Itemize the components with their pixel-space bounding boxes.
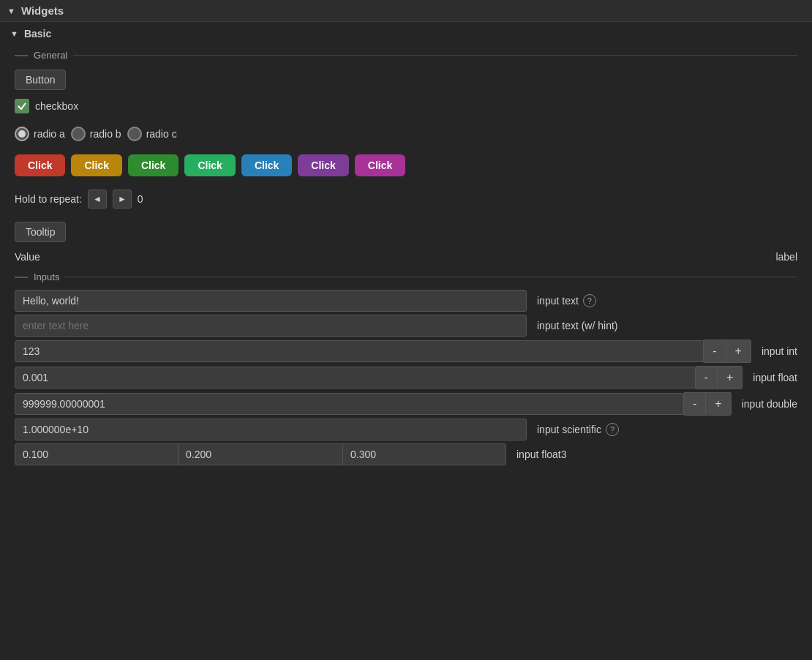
radio-b-label: radio b: [90, 128, 121, 140]
increment-button[interactable]: ►: [113, 190, 132, 209]
click-button-3[interactable]: Click: [184, 154, 235, 176]
general-label: General: [34, 50, 67, 61]
click-button-4[interactable]: Click: [241, 154, 292, 176]
click-button-0[interactable]: Click: [15, 154, 65, 176]
radio-a-circle: [15, 127, 29, 141]
input-float-label: input float: [753, 372, 797, 383]
main-panel: ▼ Widgets ▼ Basic General Button checkbo…: [0, 0, 812, 660]
input-scientific-row: input scientific ?: [0, 419, 812, 440]
basic-arrow-icon: ▼: [10, 29, 18, 38]
int-decrement-button[interactable]: -: [704, 340, 726, 363]
input-float3-x-field[interactable]: [15, 443, 178, 465]
checkbox-wrapper[interactable]: checkbox: [15, 99, 797, 113]
checkbox-box: [15, 99, 29, 113]
divider-line: [73, 55, 797, 56]
divider-dash: [15, 55, 28, 56]
decrement-button[interactable]: ◄: [88, 190, 107, 209]
checkmark-icon: [17, 101, 27, 111]
radio-a-wrapper[interactable]: radio a: [15, 127, 65, 141]
tooltip-button[interactable]: Tooltip: [15, 222, 66, 242]
radio-c-label: radio c: [146, 128, 177, 140]
inputs-label: Inputs: [34, 271, 59, 282]
inputs-divider: Inputs: [0, 267, 812, 287]
inputs-divider-dash: [15, 277, 28, 278]
basic-section-header[interactable]: ▼ Basic: [0, 22, 812, 45]
input-scientific-label: input scientific: [537, 424, 601, 435]
input-float3-label: input float3: [516, 449, 567, 460]
input-float3-row: input float3: [0, 443, 812, 465]
float-increment-button[interactable]: +: [718, 366, 743, 389]
widget-button[interactable]: Button: [15, 70, 66, 90]
value-label-row: Value label: [0, 248, 812, 266]
widgets-arrow-icon: ▼: [7, 7, 15, 15]
input-text-label: input text: [537, 295, 579, 307]
input-float-field[interactable]: [15, 367, 696, 389]
input-int-row: - + input int: [0, 340, 812, 363]
radio-row: radio a radio b radio c: [0, 122, 812, 146]
input-text-field[interactable]: [15, 290, 527, 312]
input-float3-y-field[interactable]: [178, 443, 342, 465]
click-button-2[interactable]: Click: [128, 154, 178, 176]
input-double-row: - + input double: [0, 392, 812, 416]
input-int-field[interactable]: [15, 340, 704, 362]
input-double-label: input double: [742, 398, 797, 410]
widgets-section-header[interactable]: ▼ Widgets: [0, 0, 812, 22]
double-increment-button[interactable]: +: [706, 392, 731, 416]
checkbox-row: checkbox: [0, 94, 812, 118]
radio-c-wrapper[interactable]: radio c: [127, 127, 177, 141]
input-hint-row: input text (w/ hint): [0, 315, 812, 337]
checkbox-label: checkbox: [35, 100, 78, 112]
hold-repeat-row: Hold to repeat: ◄ ► 0: [0, 185, 812, 213]
input-scientific-question-icon[interactable]: ?: [606, 423, 619, 436]
inputs-divider-line: [65, 277, 797, 277]
click-button-1[interactable]: Click: [71, 154, 121, 176]
double-decrement-button[interactable]: -: [684, 392, 706, 416]
int-increment-button[interactable]: +: [726, 340, 751, 363]
hold-repeat-label: Hold to repeat:: [15, 193, 82, 205]
float-decrement-button[interactable]: -: [696, 366, 718, 389]
general-divider: General: [0, 45, 812, 65]
click-buttons-row: ClickClickClickClickClickClickClick: [0, 150, 812, 181]
value-text: Value: [15, 251, 40, 263]
click-button-6[interactable]: Click: [355, 154, 405, 176]
input-text-row: input text ?: [0, 290, 812, 312]
input-scientific-field[interactable]: [15, 419, 527, 440]
input-float3-z-field[interactable]: [342, 443, 506, 465]
input-text-question-icon[interactable]: ?: [583, 294, 596, 307]
input-double-field[interactable]: [15, 393, 684, 415]
click-button-5[interactable]: Click: [298, 154, 348, 176]
label-text: label: [775, 251, 797, 263]
input-hint-label: input text (w/ hint): [537, 320, 618, 331]
radio-a-label: radio a: [34, 128, 65, 140]
basic-label: Basic: [24, 28, 51, 40]
radio-b-wrapper[interactable]: radio b: [71, 127, 121, 141]
button-row: Button: [0, 65, 812, 94]
radio-b-circle: [71, 127, 86, 141]
tooltip-row: Tooltip: [0, 217, 812, 247]
input-float-row: - + input float: [0, 366, 812, 389]
widgets-title: Widgets: [21, 4, 64, 17]
hold-repeat-value: 0: [138, 193, 143, 205]
input-hint-field[interactable]: [15, 315, 527, 337]
input-int-label: input int: [762, 345, 797, 357]
radio-c-circle: [127, 127, 142, 141]
